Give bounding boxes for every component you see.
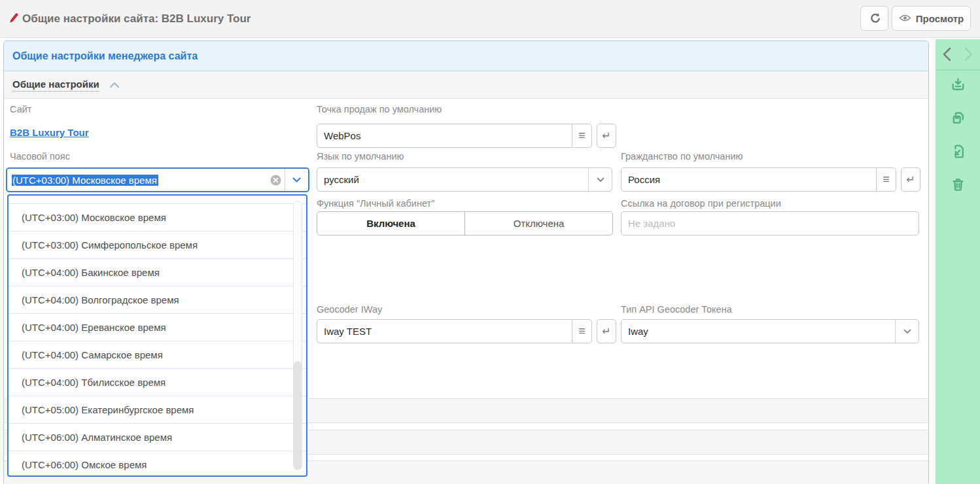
cabinet-label: Функция "Личный кабинет" — [317, 198, 434, 209]
geocoder-enter-button[interactable]: ↵ — [597, 319, 616, 343]
chevron-up-icon[interactable] — [109, 82, 120, 88]
page-title: Общие настройки сайта: B2B Luxury Tour — [22, 0, 251, 38]
site-link[interactable]: B2B Luxury Tour — [10, 127, 89, 138]
chevron-right-icon[interactable] — [958, 46, 978, 63]
clear-icon[interactable] — [266, 175, 285, 186]
enter-icon: ↵ — [906, 173, 915, 186]
dropdown-scrollbar[interactable] — [293, 201, 302, 470]
cabinet-toggle: Включена Отключена — [317, 211, 613, 235]
list-icon: ≡ — [578, 129, 586, 143]
pos-enter-button[interactable]: ↵ — [597, 124, 616, 148]
timezone-label: Часовой пояс — [10, 151, 70, 162]
top-bar: Общие настройки сайта: B2B Luxury Tour П… — [0, 0, 980, 38]
timezone-option[interactable]: (UTC+04:00) Бакинское время — [9, 258, 306, 286]
cabinet-off-button[interactable]: Отключена — [465, 212, 612, 235]
timezone-option[interactable]: (UTC+05:00) Екатеринбургское время — [9, 396, 306, 423]
refresh-icon — [868, 11, 881, 26]
geocoder-api-select[interactable]: Iway — [621, 319, 919, 343]
panel-title: Общие настройки менеджера сайта — [12, 50, 198, 62]
action-sidebar — [936, 39, 980, 484]
contract-label: Ссылка на договор при регистрации — [621, 198, 781, 209]
citizenship-label: Гражданство по умолчанию — [621, 151, 743, 162]
timezone-dropdown: (UTC+03:00) Московское время(UTC+03:00) … — [7, 194, 307, 477]
timezone-option[interactable]: (UTC+06:00) Алматинское время — [9, 423, 306, 451]
enter-icon: ↵ — [602, 130, 610, 142]
geocoder-api-value: Iway — [621, 326, 895, 337]
timezone-dropdown-list: (UTC+03:00) Московское время(UTC+03:00) … — [9, 203, 306, 477]
timezone-option[interactable]: (UTC+06:00) Омское время — [9, 451, 306, 477]
eye-icon — [899, 13, 911, 24]
timezone-option[interactable]: (UTC+04:00) Волгоградское время — [9, 286, 306, 313]
chevron-down-icon — [588, 168, 612, 191]
language-label: Язык по умолчанию — [317, 151, 404, 162]
timezone-combobox[interactable]: (UTC+03:00) Московское время — [6, 167, 309, 192]
chevron-down-icon — [895, 320, 919, 343]
general-settings-section-header: Общие настройки — [4, 71, 928, 99]
chevron-left-icon[interactable] — [937, 46, 957, 63]
save-icon[interactable] — [948, 109, 968, 127]
timezone-option[interactable]: (UTC+03:00) Московское время — [9, 203, 306, 231]
enter-icon: ↵ — [602, 325, 610, 337]
pos-input[interactable] — [317, 124, 572, 148]
list-icon: ≡ — [578, 324, 586, 338]
timezone-option[interactable]: (UTC+04:00) Ереванское время — [9, 313, 306, 341]
preview-button[interactable]: Просмотр — [892, 6, 971, 31]
export-icon[interactable] — [948, 143, 968, 160]
timezone-option-clipped[interactable] — [9, 196, 306, 203]
sidebar-icons — [936, 71, 980, 194]
refresh-button[interactable] — [860, 6, 888, 31]
trash-icon[interactable] — [948, 176, 968, 194]
pos-list-button[interactable]: ≡ — [572, 124, 592, 148]
panel-header: Общие настройки менеджера сайта — [4, 41, 928, 71]
timezone-option[interactable]: (UTC+04:00) Тбилисское время — [9, 368, 306, 396]
cabinet-on-button[interactable]: Включена — [317, 212, 465, 235]
geocoder-input[interactable] — [317, 319, 572, 343]
geocoder-label: Geocoder IWay — [317, 304, 382, 315]
timezone-option[interactable]: (UTC+03:00) Симферопольское время — [9, 231, 306, 258]
preview-button-label: Просмотр — [916, 13, 964, 24]
site-label: Сайт — [10, 104, 31, 114]
contract-input[interactable] — [621, 211, 919, 235]
geocoder-list-button[interactable]: ≡ — [572, 319, 592, 343]
timezone-value[interactable]: (UTC+03:00) Московское время — [7, 175, 266, 186]
citizenship-enter-button[interactable]: ↵ — [901, 167, 920, 192]
download-icon[interactable] — [948, 76, 968, 94]
scrollbar-thumb[interactable] — [294, 361, 302, 470]
section-title[interactable]: Общие настройки — [12, 78, 99, 92]
geocoder-api-label: Тип API Geocoder Токена — [621, 304, 732, 315]
edit-pencil-icon — [7, 11, 19, 27]
list-icon: ≡ — [883, 173, 890, 186]
citizenship-list-button[interactable]: ≡ — [877, 167, 896, 192]
language-value: русский — [317, 174, 588, 185]
settings-panel: Общие настройки менеджера сайта Общие на… — [3, 41, 929, 484]
citizenship-input[interactable] — [621, 167, 877, 192]
language-select[interactable]: русский — [317, 167, 612, 192]
pos-label: Точка продаж по умолчанию — [317, 104, 442, 114]
timezone-option[interactable]: (UTC+04:00) Самарское время — [9, 341, 306, 368]
chevron-down-icon[interactable] — [285, 169, 308, 191]
sidebar-nav — [936, 39, 980, 71]
